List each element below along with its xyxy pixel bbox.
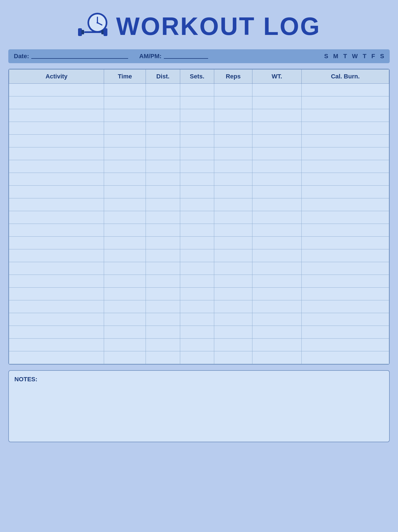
table-cell[interactable] [104,224,146,237]
table-cell[interactable] [302,135,389,147]
table-cell[interactable] [9,237,104,249]
table-cell[interactable] [104,198,146,211]
table-cell[interactable] [146,313,180,326]
table-cell[interactable] [104,326,146,339]
table-cell[interactable] [214,84,252,96]
table-cell[interactable] [252,326,301,339]
table-cell[interactable] [180,96,214,109]
table-cell[interactable] [146,275,180,288]
table-cell[interactable] [146,147,180,160]
table-cell[interactable] [214,147,252,160]
table-cell[interactable] [180,288,214,300]
table-cell[interactable] [252,211,301,224]
table-cell[interactable] [214,122,252,135]
table-cell[interactable] [146,84,180,96]
table-cell[interactable] [214,237,252,249]
table-cell[interactable] [252,186,301,198]
table-cell[interactable] [302,198,389,211]
table-cell[interactable] [180,275,214,288]
table-cell[interactable] [214,262,252,275]
table-cell[interactable] [252,160,301,173]
table-cell[interactable] [252,351,301,364]
table-cell[interactable] [180,186,214,198]
table-cell[interactable] [9,173,104,186]
table-cell[interactable] [252,288,301,300]
table-cell[interactable] [9,211,104,224]
table-cell[interactable] [252,147,301,160]
table-row[interactable] [9,237,389,249]
table-cell[interactable] [146,249,180,262]
table-cell[interactable] [146,339,180,351]
table-cell[interactable] [9,313,104,326]
table-cell[interactable] [252,198,301,211]
table-row[interactable] [9,198,389,211]
table-cell[interactable] [252,173,301,186]
table-cell[interactable] [302,96,389,109]
table-cell[interactable] [302,173,389,186]
table-cell[interactable] [302,351,389,364]
table-cell[interactable] [146,211,180,224]
table-cell[interactable] [302,275,389,288]
table-cell[interactable] [146,288,180,300]
table-cell[interactable] [9,160,104,173]
table-cell[interactable] [104,135,146,147]
table-row[interactable] [9,224,389,237]
table-row[interactable] [9,109,389,122]
table-cell[interactable] [302,160,389,173]
table-cell[interactable] [146,173,180,186]
table-cell[interactable] [9,198,104,211]
table-cell[interactable] [214,160,252,173]
table-cell[interactable] [104,109,146,122]
table-row[interactable] [9,96,389,109]
table-cell[interactable] [302,326,389,339]
table-cell[interactable] [146,262,180,275]
table-row[interactable] [9,313,389,326]
table-cell[interactable] [180,313,214,326]
table-cell[interactable] [104,249,146,262]
table-cell[interactable] [180,147,214,160]
table-cell[interactable] [9,326,104,339]
table-cell[interactable] [302,109,389,122]
table-cell[interactable] [214,275,252,288]
table-cell[interactable] [252,262,301,275]
table-cell[interactable] [252,135,301,147]
table-cell[interactable] [302,300,389,313]
table-cell[interactable] [104,84,146,96]
table-cell[interactable] [146,300,180,313]
table-cell[interactable] [214,135,252,147]
table-cell[interactable] [302,147,389,160]
table-row[interactable] [9,351,389,364]
table-cell[interactable] [180,224,214,237]
table-cell[interactable] [104,288,146,300]
table-cell[interactable] [214,186,252,198]
table-cell[interactable] [180,211,214,224]
table-cell[interactable] [180,135,214,147]
table-cell[interactable] [104,122,146,135]
table-cell[interactable] [9,224,104,237]
table-cell[interactable] [146,96,180,109]
table-cell[interactable] [180,300,214,313]
table-cell[interactable] [302,122,389,135]
table-cell[interactable] [180,160,214,173]
table-cell[interactable] [180,339,214,351]
table-cell[interactable] [9,109,104,122]
table-cell[interactable] [146,326,180,339]
table-cell[interactable] [302,262,389,275]
table-cell[interactable] [214,109,252,122]
table-cell[interactable] [104,275,146,288]
table-cell[interactable] [302,249,389,262]
table-cell[interactable] [252,313,301,326]
table-row[interactable] [9,262,389,275]
table-cell[interactable] [252,275,301,288]
table-cell[interactable] [214,300,252,313]
table-cell[interactable] [180,173,214,186]
table-cell[interactable] [104,339,146,351]
table-cell[interactable] [180,326,214,339]
table-cell[interactable] [104,300,146,313]
table-cell[interactable] [9,275,104,288]
table-cell[interactable] [180,109,214,122]
table-row[interactable] [9,186,389,198]
table-cell[interactable] [9,147,104,160]
table-cell[interactable] [302,313,389,326]
table-cell[interactable] [214,326,252,339]
